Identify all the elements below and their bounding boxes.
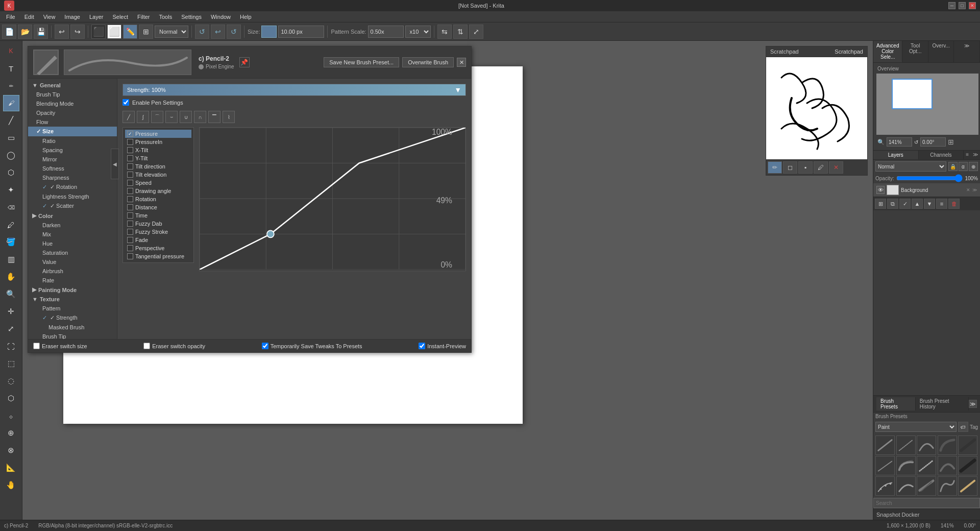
layer-expand-btn[interactable]: ≫ [972,187,977,192]
ruler-tool[interactable]: 📐 [3,460,19,476]
strength-expand-btn[interactable]: ▼ [454,86,461,94]
bp-filter-select[interactable]: Paint [875,422,957,432]
sensor-x-tilt[interactable]: X-Tilt [125,146,191,154]
tree-airbrush[interactable]: Airbrush [28,267,117,276]
lock-btn[interactable]: 🔒 [948,162,958,171]
instant-preview-cb[interactable] [419,343,425,349]
tree-mix[interactable]: Mix [28,230,117,239]
fade-cb[interactable] [127,237,133,243]
tree-pattern[interactable]: Pattern [28,304,117,313]
open-file-btn[interactable]: 📂 [18,25,32,39]
save-file-btn[interactable]: 💾 [34,25,48,39]
sensor-fade[interactable]: Fade [125,236,191,244]
menu-edit[interactable]: Edit [20,13,38,21]
menu-file[interactable]: File [2,13,19,21]
bp-tab-presets[interactable]: Brush Presets [876,397,916,411]
ease-out-icon[interactable]: ⌣ [165,111,178,123]
tree-flow[interactable]: Flow [28,117,117,127]
tree-saturation[interactable]: Saturation [28,248,117,257]
color-picker[interactable]: 🖊 [3,216,19,233]
curve-icon[interactable]: ╱ [122,111,135,123]
sensor-tilt-elevation[interactable]: Tilt elevation [125,171,191,179]
properties-layer-btn[interactable]: ≡ [936,199,947,209]
pan-tool[interactable]: ✋ [3,269,19,285]
bp-item-7[interactable] [896,456,916,475]
perspective-cb[interactable] [127,245,133,251]
bp-item-12[interactable] [896,476,916,496]
undo2-btn[interactable]: ↩ [211,25,225,39]
blend-mode-select[interactable]: Normal [155,26,188,38]
tree-blending-mode[interactable]: Blending Mode [28,99,117,108]
canvas-area[interactable]: c) Pencil-2 Pixel Engine 📌 Save New Brus… [22,41,873,520]
drawing-angle-cb[interactable] [127,188,133,194]
bp-item-2[interactable] [896,436,916,455]
tree-brush-tip-tex[interactable]: Brush Tip [28,332,117,339]
selection-rect[interactable]: ⬚ [3,355,19,372]
tree-lightness-strength[interactable]: Lightness Strength [28,192,117,201]
move-tool[interactable]: ✛ [3,303,19,320]
panel-expand-btn[interactable]: ≫ [954,41,980,62]
alpha-lock-btn[interactable]: α [959,162,968,171]
tree-ratio[interactable]: Ratio [28,136,117,146]
rotation-cb[interactable] [127,196,133,202]
eraser-size-option[interactable]: Eraser switch size [33,343,87,349]
sensor-pressure-in[interactable]: PressureIn [125,138,191,146]
pressure-in-cb[interactable] [127,139,133,145]
paint-scratch-btn[interactable]: ✏ [768,161,782,174]
custom-icon[interactable]: ⌇ [223,111,235,123]
bp-tag-btn[interactable]: 🏷 [958,422,968,432]
selection-freehand[interactable]: ⬡ [3,390,19,406]
scratchpad-canvas[interactable] [766,57,867,159]
bp-item-13[interactable] [917,476,936,496]
line-tool[interactable]: ╱ [3,112,19,129]
color-pick-scratch-btn[interactable]: 🖊 [814,161,828,174]
speed-cb[interactable] [127,180,133,186]
overwrite-brush-button[interactable]: Overwrite Brush [402,57,454,67]
menu-layer[interactable]: Layer [85,13,108,21]
fuzzy-dab-cb[interactable] [127,221,133,227]
sensor-tilt-direction[interactable]: Tilt direction [125,162,191,171]
sensor-pressure[interactable]: ✓ Pressure [125,130,191,138]
bp-item-3[interactable] [917,436,936,455]
bp-search-input[interactable] [873,498,980,508]
temp-save-option[interactable]: Temporarily Save Tweaks To Presets [262,343,362,349]
tree-masked-brush[interactable]: Masked Brush [28,323,117,332]
tree-rotation[interactable]: ✓ Rotation [28,182,117,192]
layer-visibility-btn[interactable]: 👁 [876,186,885,194]
tree-spacing[interactable]: Spacing [28,146,117,155]
zoom-input[interactable] [887,137,912,147]
reset2-btn[interactable]: ↺ [227,25,241,39]
inherit-alpha-btn[interactable]: ⊕ [969,162,978,171]
tree-sharpness[interactable]: Sharpness [28,173,117,182]
text-tool[interactable]: T [3,60,19,77]
path-tool[interactable]: ✦ [3,182,19,198]
tree-strength[interactable]: ✓ Strength [28,313,117,323]
layers-tab[interactable]: Layers [873,151,919,159]
sensor-y-tilt[interactable]: Y-Tilt [125,154,191,162]
ellipse-tool[interactable]: ◯ [3,147,19,163]
freehand-tool[interactable]: ✏ [3,78,19,94]
sensor-drawing-angle[interactable]: Drawing angle [125,187,191,195]
bp-item-4[interactable] [938,436,957,455]
tab-tool-options[interactable]: Tool Opt... [902,41,928,62]
bp-item-5[interactable] [958,436,977,455]
selection-contiguous[interactable]: ⬦ [3,407,19,424]
up-layer-btn[interactable]: ▲ [912,199,923,209]
layers-expand-btn[interactable]: ≫ [971,151,980,159]
menu-window[interactable]: Window [207,13,235,21]
flat-icon[interactable]: ▔ [208,111,220,123]
pattern-scale-input[interactable] [368,26,404,38]
n-curve-icon[interactable]: ∩ [194,111,206,123]
eraser-tool[interactable]: ⌫ [3,199,19,215]
tilt-dir-cb[interactable] [127,163,133,170]
size-input[interactable] [278,26,324,38]
bp-tab-history[interactable]: Brush Preset History [916,397,969,411]
menu-image[interactable]: Image [60,13,84,21]
sensor-fuzzy-stroke[interactable]: Fuzzy Stroke [125,228,191,236]
mirror-v-btn[interactable]: ⇅ [453,25,468,39]
minimize-button[interactable]: ─ [948,2,955,9]
opacity-slider[interactable] [896,175,963,182]
bp-expand-btn[interactable]: ≫ [969,400,977,408]
temp-save-cb[interactable] [262,343,268,349]
sensor-time[interactable]: Time [125,211,191,220]
